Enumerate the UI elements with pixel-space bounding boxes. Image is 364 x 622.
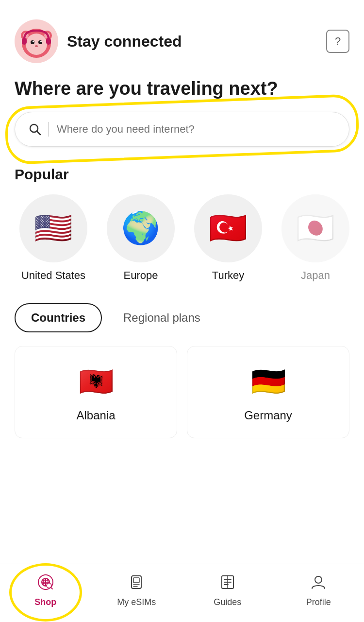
guides-label: Guides xyxy=(214,597,241,607)
nav-item-shop[interactable]: Shop xyxy=(0,574,91,607)
popular-item-us[interactable]: 🇺🇸 United States xyxy=(15,194,92,282)
popular-icon-jp: 🇯🇵 xyxy=(281,194,349,262)
shop-label: Shop xyxy=(34,597,56,607)
travel-question: Where are you traveling next? xyxy=(15,78,349,100)
avatar xyxy=(15,19,58,63)
tab-countries[interactable]: Countries xyxy=(15,303,102,332)
tabs-row: Countries Regional plans xyxy=(15,303,349,332)
popular-icon-tr: 🇹🇷 xyxy=(194,194,262,262)
svg-line-59 xyxy=(37,131,40,135)
profile-label: Profile xyxy=(306,597,331,607)
nav-item-profile[interactable]: Profile xyxy=(273,574,364,607)
search-divider xyxy=(48,122,49,137)
guides-icon xyxy=(219,574,236,594)
popular-label-tr: Turkey xyxy=(212,269,244,282)
albania-name: Albania xyxy=(76,409,115,422)
bottom-nav: Shop My eSIMs Guides xyxy=(0,564,364,622)
popular-section-title: Popular xyxy=(15,166,349,183)
germany-name: Germany xyxy=(244,409,292,422)
popular-row: 🇺🇸 United States 🌍 Europe 🇹🇷 Turkey 🇯🇵 J… xyxy=(15,194,349,282)
help-icon: ? xyxy=(335,35,341,48)
svg-point-77 xyxy=(315,576,322,583)
popular-item-jp[interactable]: 🇯🇵 Japan xyxy=(277,194,349,282)
header: Stay connected ? xyxy=(0,0,364,73)
svg-point-52 xyxy=(38,40,42,44)
popular-label-eu: Europe xyxy=(124,269,158,282)
svg-point-55 xyxy=(35,45,38,47)
search-input[interactable] xyxy=(57,123,335,136)
tab-regional-plans[interactable]: Regional plans xyxy=(108,304,216,331)
shop-icon xyxy=(37,574,54,594)
nav-item-esims[interactable]: My eSIMs xyxy=(91,574,182,607)
germany-flag: 🇩🇪 xyxy=(249,362,288,401)
profile-icon xyxy=(310,574,327,594)
search-container xyxy=(15,112,349,147)
svg-point-54 xyxy=(40,41,42,42)
esims-label: My eSIMs xyxy=(117,597,156,607)
svg-line-68 xyxy=(50,587,52,589)
svg-rect-70 xyxy=(133,578,139,583)
country-card-al[interactable]: 🇦🇱 Albania xyxy=(15,346,177,438)
nav-item-guides[interactable]: Guides xyxy=(182,574,273,607)
header-left: Stay connected xyxy=(15,19,182,63)
search-bar[interactable] xyxy=(15,112,349,147)
country-grid: 🇦🇱 Albania 🇩🇪 Germany xyxy=(15,346,349,438)
popular-icon-eu: 🌍 xyxy=(107,194,175,262)
svg-rect-56 xyxy=(22,38,27,45)
popular-icon-us: 🇺🇸 xyxy=(19,194,87,262)
popular-label-jp: Japan xyxy=(301,269,330,282)
main-content: Where are you traveling next? Popular 🇺🇸… xyxy=(0,73,364,497)
country-card-de[interactable]: 🇩🇪 Germany xyxy=(187,346,349,438)
search-icon xyxy=(29,123,41,136)
esims-icon xyxy=(128,574,145,594)
albania-flag: 🇦🇱 xyxy=(77,362,116,401)
popular-label-us: United States xyxy=(21,269,85,282)
svg-point-50 xyxy=(26,34,47,55)
help-button[interactable]: ? xyxy=(326,30,349,53)
svg-point-53 xyxy=(33,41,34,42)
header-title: Stay connected xyxy=(67,33,182,51)
svg-rect-57 xyxy=(46,38,51,45)
popular-item-eu[interactable]: 🌍 Europe xyxy=(102,194,180,282)
svg-point-51 xyxy=(31,40,34,44)
popular-item-tr[interactable]: 🇹🇷 Turkey xyxy=(189,194,267,282)
